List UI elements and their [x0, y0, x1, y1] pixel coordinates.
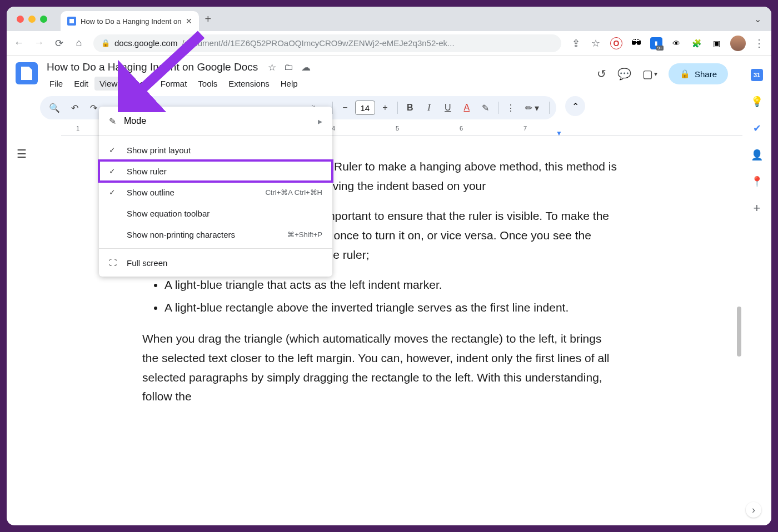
cloud-status-icon[interactable]: ☁ [301, 62, 311, 73]
forward-button[interactable]: → [33, 37, 44, 49]
italic-icon[interactable]: I [422, 101, 436, 115]
list-item: A light-blue triangle that acts as the l… [164, 275, 617, 295]
profile-avatar[interactable] [730, 36, 746, 51]
close-tab-icon[interactable]: ✕ [186, 17, 192, 26]
menu-format[interactable]: Format [156, 77, 192, 91]
scrollbar-thumb[interactable] [737, 307, 741, 357]
redo-icon[interactable]: ↷ [87, 101, 100, 116]
history-icon[interactable]: ↺ [597, 67, 606, 81]
contacts-icon[interactable]: 👤 [751, 149, 763, 161]
add-addon-icon[interactable]: + [751, 202, 763, 214]
view-menu-dropdown: ✎ Mode ▸ ✓ Show print layout ✓ Show rule… [99, 107, 332, 277]
font-size-input[interactable]: 14 [355, 101, 375, 115]
hide-sidepanel-icon[interactable]: › [746, 502, 761, 518]
menu-edit[interactable]: Edit [69, 77, 93, 91]
tab-title: How to Do a Hanging Indent on [81, 17, 181, 26]
back-button[interactable]: ← [13, 37, 24, 49]
menu-show-outline[interactable]: ✓ Show outline Ctrl+⌘A Ctrl+⌘H [99, 182, 332, 203]
sidepanel-icon[interactable]: ▣ [710, 37, 722, 49]
share-label: Share [695, 69, 717, 79]
calendar-icon[interactable]: 31 [751, 69, 763, 81]
check-icon: ✓ [109, 188, 119, 197]
minimize-window-button[interactable] [28, 16, 36, 23]
close-window-button[interactable] [17, 16, 24, 23]
text-color-icon[interactable]: A [460, 101, 473, 115]
star-document-icon[interactable]: ☆ [268, 62, 276, 73]
menu-help[interactable]: Help [276, 77, 303, 91]
bold-icon[interactable]: B [403, 101, 417, 115]
bookmark-star-icon[interactable]: ☆ [590, 37, 601, 49]
menu-show-equation-toolbar[interactable]: Show equation toolbar [99, 203, 332, 224]
side-panel: 31 💡 ✔ 👤 📍 + [742, 56, 771, 525]
body-paragraph: When you drag the triangle (which automa… [142, 329, 617, 406]
share-button[interactable]: 🔒 Share [669, 63, 728, 84]
decrease-font-icon[interactable]: − [338, 101, 352, 115]
docs-header: How to Do a Hanging Indent on Google Doc… [7, 56, 771, 91]
menu-full-screen[interactable]: ⛶ Full screen [99, 252, 332, 273]
reload-button[interactable]: ⟳ [53, 37, 64, 49]
extension-icon-2[interactable]: 🕶 [630, 37, 642, 49]
browser-tab[interactable]: How to Do a Hanging Indent on ✕ [61, 11, 199, 31]
home-button[interactable]: ⌂ [73, 37, 84, 49]
camera-icon: ▢ [642, 67, 653, 81]
menu-show-print-layout[interactable]: ✓ Show print layout [99, 139, 332, 160]
tab-list-chevron-icon[interactable]: ⌄ [754, 14, 761, 24]
ublock-extension-icon[interactable]: O [610, 37, 622, 49]
meet-button[interactable]: ▢▾ [642, 67, 657, 81]
collapse-toolbar-icon[interactable]: ⌃ [565, 96, 585, 116]
document-title[interactable]: How to Do a Hanging Indent on Google Doc… [44, 60, 260, 74]
docs-favicon [67, 17, 76, 26]
menu-extensions[interactable]: Extensions [223, 77, 274, 91]
extensions-puzzle-icon[interactable]: 🧩 [690, 37, 702, 49]
tasks-icon[interactable]: ✔ [751, 122, 763, 134]
maximize-window-button[interactable] [40, 16, 47, 23]
keep-icon[interactable]: 💡 [751, 96, 763, 108]
document-outline-icon[interactable]: ☰ [17, 147, 27, 525]
fullscreen-icon: ⛶ [109, 258, 119, 267]
lock-icon: 🔒 [101, 39, 110, 47]
browser-toolbar: ← → ⟳ ⌂ 🔒 docs.google.com/document/d/1EZ… [7, 31, 771, 56]
extension-icon-4[interactable]: 👁 [670, 37, 682, 49]
menu-tools[interactable]: Tools [193, 77, 222, 91]
new-tab-button[interactable]: + [205, 13, 211, 26]
address-bar[interactable]: 🔒 docs.google.com/document/d/1EZ6Q52PROa… [93, 34, 561, 52]
extensions-area: O 🕶 ▮9+ 👁 🧩 ▣ ⋮ [610, 36, 765, 51]
extension-icon-3[interactable]: ▮9+ [650, 37, 662, 49]
search-icon[interactable]: 🔍 [47, 101, 62, 116]
browser-tab-bar: How to Do a Hanging Indent on ✕ + ⌄ [7, 7, 771, 31]
highlight-icon[interactable]: ✎ [479, 101, 492, 116]
pencil-icon: ✎ [109, 116, 116, 127]
menu-file[interactable]: File [44, 77, 68, 91]
undo-icon[interactable]: ↶ [68, 101, 81, 116]
list-item: A light-blue rectangle above the inverte… [164, 298, 617, 318]
move-document-icon[interactable]: 🗀 [284, 62, 293, 73]
bullet-list: A light-blue triangle that acts as the l… [164, 275, 617, 317]
increase-font-icon[interactable]: + [378, 101, 392, 115]
check-icon: ✓ [109, 145, 119, 154]
menu-view[interactable]: View [94, 77, 122, 91]
comments-icon[interactable]: 💬 [617, 67, 631, 81]
check-icon: ✓ [109, 167, 119, 175]
font-size-control: − 14 + [338, 101, 392, 115]
docs-logo-icon[interactable] [16, 62, 38, 84]
window-controls [11, 16, 53, 23]
menu-show-nonprinting[interactable]: Show non-printing characters ⌘+Shift+P [99, 224, 332, 245]
url-host: docs.google.com [114, 38, 177, 48]
editing-mode-icon[interactable]: ✏ ▾ [523, 101, 541, 116]
share-page-icon[interactable]: ⇪ [570, 37, 581, 49]
menu-mode-row[interactable]: ✎ Mode ▸ [99, 110, 332, 132]
right-indent-marker[interactable]: ▼ [556, 129, 562, 137]
menu-insert[interactable]: Insert [123, 77, 154, 91]
lock-icon: 🔒 [680, 69, 690, 79]
menu-show-ruler[interactable]: ✓ Show ruler [99, 160, 332, 182]
browser-menu-icon[interactable]: ⋮ [754, 37, 765, 49]
submenu-arrow-icon: ▸ [318, 116, 322, 127]
maps-icon[interactable]: 📍 [751, 175, 763, 188]
more-toolbar-icon[interactable]: ⋮ [504, 101, 517, 116]
url-path: /document/d/1EZ6Q52PROaOQImcyCRO9wZENWj2… [182, 38, 454, 48]
menu-bar: File Edit View Insert Format Tools Exten… [44, 77, 590, 91]
underline-icon[interactable]: U [441, 101, 455, 115]
